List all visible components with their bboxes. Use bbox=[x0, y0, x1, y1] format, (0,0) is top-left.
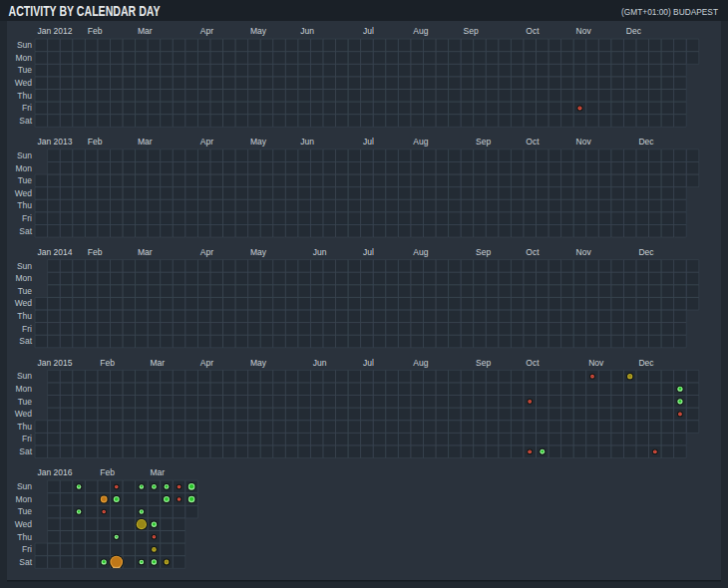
svg-text:Tue: Tue bbox=[18, 65, 33, 75]
svg-text:Jan 2015: Jan 2015 bbox=[38, 358, 73, 368]
svg-text:Tue: Tue bbox=[18, 506, 33, 516]
svg-text:Mon: Mon bbox=[15, 53, 32, 63]
svg-text:Oct: Oct bbox=[526, 247, 540, 257]
svg-text:Aug: Aug bbox=[413, 358, 428, 368]
svg-text:Jul: Jul bbox=[363, 358, 374, 368]
svg-text:Apr: Apr bbox=[200, 137, 213, 147]
svg-text:Jun: Jun bbox=[300, 137, 314, 147]
svg-text:Wed: Wed bbox=[15, 298, 33, 308]
svg-text:Mon: Mon bbox=[15, 163, 32, 173]
svg-text:Dec: Dec bbox=[638, 247, 654, 257]
svg-text:Sun: Sun bbox=[17, 481, 32, 491]
svg-text:Nov: Nov bbox=[576, 137, 592, 147]
svg-text:Oct: Oct bbox=[526, 358, 540, 368]
svg-text:May: May bbox=[250, 26, 267, 36]
svg-text:Thu: Thu bbox=[17, 311, 32, 321]
svg-text:Thu: Thu bbox=[17, 200, 32, 210]
svg-text:Sep: Sep bbox=[476, 247, 491, 257]
svg-text:Sun: Sun bbox=[17, 261, 32, 271]
svg-text:Feb: Feb bbox=[88, 137, 103, 147]
svg-text:Mar: Mar bbox=[138, 137, 153, 147]
svg-text:Fri: Fri bbox=[22, 213, 32, 223]
svg-text:Nov: Nov bbox=[588, 358, 604, 368]
svg-text:Dec: Dec bbox=[626, 26, 642, 36]
svg-text:Jan 2012: Jan 2012 bbox=[38, 26, 73, 36]
svg-text:Jul: Jul bbox=[363, 26, 374, 36]
svg-text:Jan 2013: Jan 2013 bbox=[38, 137, 73, 147]
svg-text:Feb: Feb bbox=[88, 247, 103, 257]
svg-text:Apr: Apr bbox=[200, 247, 213, 257]
svg-text:Sat: Sat bbox=[19, 116, 32, 126]
svg-text:Fri: Fri bbox=[22, 103, 32, 113]
svg-text:Sep: Sep bbox=[476, 358, 491, 368]
svg-text:Fri: Fri bbox=[22, 544, 32, 554]
svg-text:Mon: Mon bbox=[15, 494, 32, 504]
svg-text:Sep: Sep bbox=[464, 26, 479, 36]
svg-text:Mar: Mar bbox=[151, 467, 166, 477]
svg-text:Oct: Oct bbox=[526, 137, 540, 147]
svg-text:Thu: Thu bbox=[17, 91, 32, 101]
svg-text:May: May bbox=[250, 137, 267, 147]
svg-text:Wed: Wed bbox=[15, 188, 33, 198]
svg-text:Sep: Sep bbox=[476, 137, 491, 147]
svg-text:ACTIVITY BY CALENDAR DAY: ACTIVITY BY CALENDAR DAY bbox=[9, 3, 161, 19]
svg-text:Dec: Dec bbox=[638, 358, 654, 368]
svg-text:Oct: Oct bbox=[526, 26, 540, 36]
svg-text:Jun: Jun bbox=[300, 26, 314, 36]
svg-text:Jun: Jun bbox=[313, 247, 327, 257]
svg-text:Sat: Sat bbox=[19, 446, 32, 456]
svg-text:May: May bbox=[250, 358, 267, 368]
svg-text:Thu: Thu bbox=[17, 422, 32, 432]
svg-text:Feb: Feb bbox=[100, 358, 115, 368]
svg-text:Apr: Apr bbox=[200, 26, 213, 36]
svg-text:Apr: Apr bbox=[200, 358, 213, 368]
svg-text:Wed: Wed bbox=[15, 78, 33, 88]
svg-text:Sun: Sun bbox=[17, 150, 32, 160]
svg-text:Sun: Sun bbox=[17, 371, 32, 381]
svg-text:Mon: Mon bbox=[15, 273, 32, 283]
svg-text:Jun: Jun bbox=[313, 358, 327, 368]
svg-text:Feb: Feb bbox=[88, 26, 103, 36]
svg-text:Fri: Fri bbox=[22, 434, 32, 443]
svg-text:Wed: Wed bbox=[15, 409, 33, 419]
svg-text:Mar: Mar bbox=[138, 26, 153, 36]
svg-text:(GMT+01:00) BUDAPEST: (GMT+01:00) BUDAPEST bbox=[621, 7, 718, 17]
svg-text:Tue: Tue bbox=[18, 175, 33, 185]
svg-text:Tue: Tue bbox=[18, 286, 33, 296]
svg-text:Jul: Jul bbox=[363, 137, 374, 147]
svg-text:Aug: Aug bbox=[413, 26, 428, 36]
svg-text:Thu: Thu bbox=[17, 532, 32, 542]
svg-text:May: May bbox=[250, 247, 267, 257]
svg-text:Jan 2016: Jan 2016 bbox=[38, 467, 73, 477]
svg-text:Nov: Nov bbox=[576, 247, 592, 257]
svg-text:Sat: Sat bbox=[19, 336, 32, 346]
svg-text:Sat: Sat bbox=[19, 226, 32, 236]
svg-text:Jul: Jul bbox=[363, 247, 374, 257]
svg-text:Sun: Sun bbox=[17, 40, 32, 50]
svg-text:Dec: Dec bbox=[638, 137, 654, 147]
svg-text:Aug: Aug bbox=[413, 247, 428, 257]
svg-text:Wed: Wed bbox=[15, 519, 33, 529]
svg-text:Mon: Mon bbox=[15, 384, 32, 394]
svg-text:Nov: Nov bbox=[576, 26, 592, 36]
svg-text:Mar: Mar bbox=[151, 358, 166, 368]
svg-text:Jan 2014: Jan 2014 bbox=[38, 247, 73, 257]
svg-text:Mar: Mar bbox=[138, 247, 153, 257]
svg-text:Aug: Aug bbox=[413, 137, 428, 147]
svg-text:Feb: Feb bbox=[100, 467, 115, 477]
svg-text:Tue: Tue bbox=[18, 397, 33, 407]
svg-text:Sat: Sat bbox=[19, 557, 32, 567]
svg-text:Fri: Fri bbox=[22, 324, 32, 334]
